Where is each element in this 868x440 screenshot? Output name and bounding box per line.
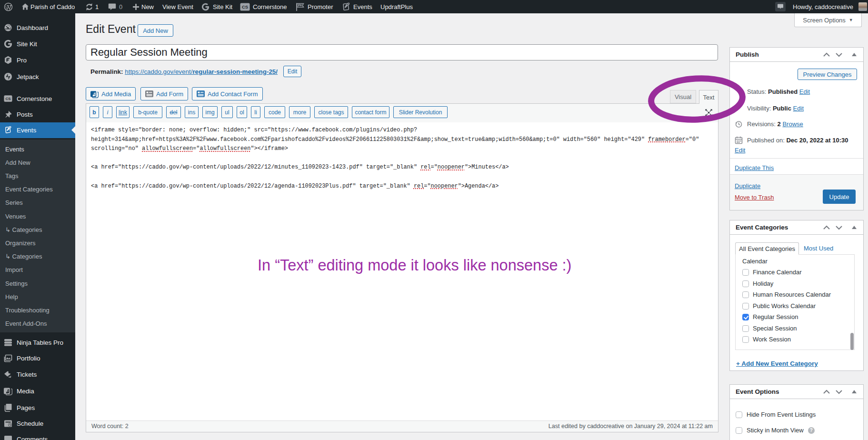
svg-text:CS: CS [242, 4, 248, 10]
svg-text:CS: CS [6, 97, 11, 101]
